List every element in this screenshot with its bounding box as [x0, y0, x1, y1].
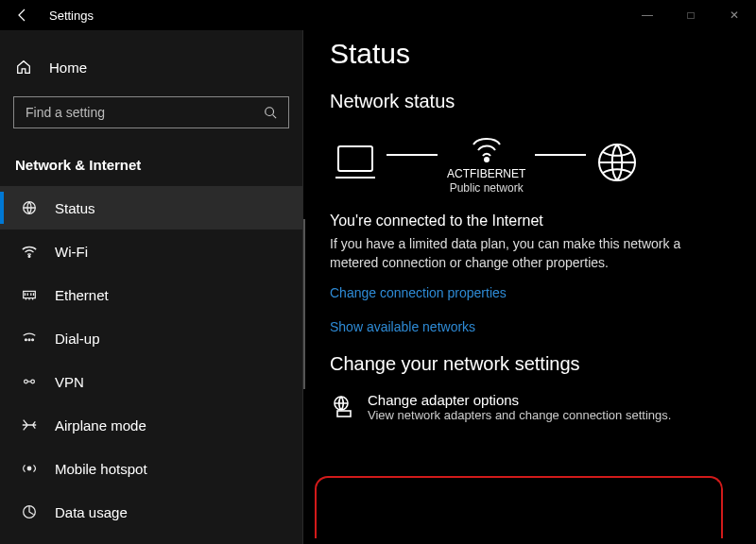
sidebar-item-wifi[interactable]: Wi-Fi — [0, 230, 302, 273]
back-button[interactable] — [0, 0, 45, 30]
sidebar-section-title: Network & Internet — [0, 147, 302, 186]
svg-point-2 — [28, 256, 30, 258]
sidebar-nav: Status Wi-Fi Ethernet Dial-up — [0, 186, 302, 534]
sidebar-item-dialup[interactable]: Dial-up — [0, 316, 302, 360]
connection-line — [535, 154, 586, 156]
option-title: Change adapter options — [368, 392, 671, 408]
window-title: Settings — [45, 8, 626, 23]
sidebar-item-label: Ethernet — [55, 287, 109, 303]
sidebar-item-label: Mobile hotspot — [55, 461, 147, 477]
svg-point-0 — [266, 108, 274, 116]
vpn-icon — [21, 373, 38, 390]
sidebar-item-status[interactable]: Status — [0, 186, 302, 230]
change-adapter-options[interactable]: Change adapter options View network adap… — [330, 392, 727, 422]
titlebar: Settings — □ ✕ — [0, 0, 756, 30]
back-arrow-icon — [15, 8, 30, 23]
close-button[interactable]: ✕ — [713, 0, 756, 30]
sidebar-item-label: Wi-Fi — [55, 244, 88, 260]
connected-description: If you have a limited data plan, you can… — [330, 235, 717, 272]
hotspot-icon — [21, 460, 38, 477]
sidebar-item-label: Airplane mode — [55, 417, 146, 434]
connected-heading: You're connected to the Internet — [330, 212, 756, 230]
sidebar-item-label: Status — [55, 200, 95, 216]
sidebar-item-ethernet[interactable]: Ethernet — [0, 273, 302, 316]
svg-point-12 — [485, 158, 489, 162]
scrollbar[interactable] — [303, 219, 305, 389]
sidebar-item-datausage[interactable]: Data usage — [0, 490, 302, 534]
window-controls: — □ ✕ — [626, 0, 756, 30]
data-icon — [21, 503, 38, 520]
sidebar-item-label: Dial-up — [55, 331, 100, 347]
sidebar: Home Network & Internet Status Wi-Fi — [0, 30, 302, 544]
sidebar-item-label: Data usage — [55, 504, 128, 520]
home-label: Home — [49, 60, 87, 76]
globe-icon — [595, 141, 639, 184]
change-connection-properties-link[interactable]: Change connection properties — [330, 285, 756, 300]
device-icon — [334, 142, 377, 183]
search-field[interactable] — [26, 105, 264, 120]
change-network-settings-heading: Change your network settings — [330, 353, 756, 375]
svg-point-4 — [26, 339, 27, 341]
network-type: Public network — [447, 181, 525, 196]
airplane-icon — [21, 416, 38, 434]
router-icon — [467, 129, 507, 163]
option-description: View network adapters and change connect… — [368, 408, 671, 422]
svg-rect-11 — [338, 146, 372, 171]
ethernet-icon — [21, 286, 38, 303]
main-content: Status Network status ACTFIBERNET Public… — [302, 30, 756, 544]
dialup-icon — [21, 330, 38, 347]
network-status-heading: Network status — [330, 91, 756, 112]
home-icon — [15, 59, 32, 76]
maximize-button[interactable]: □ — [669, 0, 713, 30]
minimize-button[interactable]: — — [626, 0, 669, 30]
svg-point-7 — [25, 380, 28, 383]
wifi-icon — [21, 243, 38, 260]
svg-point-8 — [31, 380, 35, 383]
network-diagram: ACTFIBERNET Public network — [334, 129, 756, 196]
search-input[interactable] — [13, 96, 289, 128]
home-link[interactable]: Home — [0, 49, 302, 85]
sidebar-item-airplane[interactable]: Airplane mode — [0, 403, 302, 447]
sidebar-item-label: VPN — [55, 374, 84, 390]
network-name: ACTFIBERNET — [447, 167, 525, 181]
adapter-icon — [330, 392, 354, 422]
svg-rect-15 — [337, 411, 351, 416]
sidebar-item-vpn[interactable]: VPN — [0, 360, 302, 403]
connection-line — [387, 154, 438, 156]
status-icon — [21, 199, 38, 216]
svg-point-6 — [32, 339, 34, 341]
svg-point-9 — [27, 467, 31, 470]
page-title: Status — [330, 38, 756, 70]
highlight-annotation — [315, 476, 723, 538]
svg-point-5 — [28, 339, 30, 341]
sidebar-item-hotspot[interactable]: Mobile hotspot — [0, 447, 302, 490]
show-available-networks-link[interactable]: Show available networks — [330, 319, 756, 334]
search-icon — [264, 106, 277, 119]
